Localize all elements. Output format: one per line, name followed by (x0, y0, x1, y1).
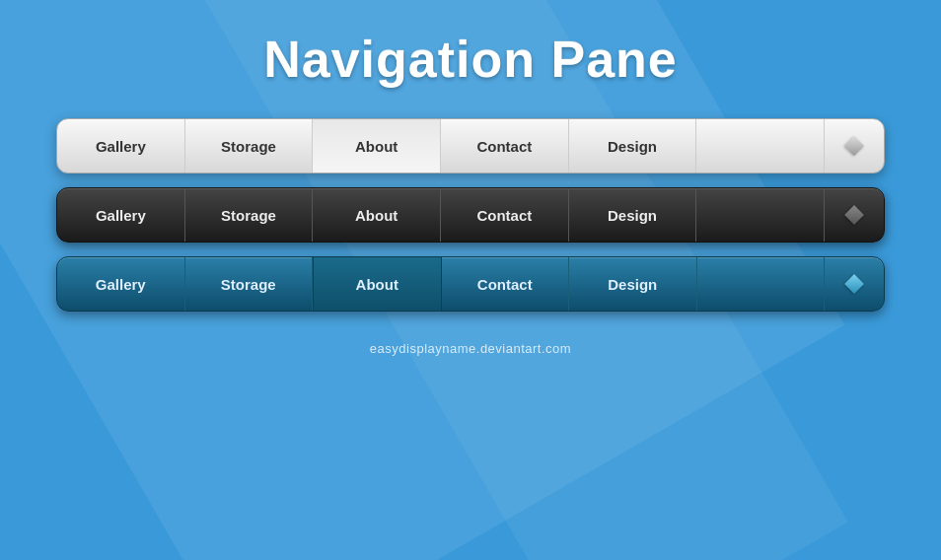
nav-item-about-light[interactable]: About (313, 119, 441, 173)
nav-item-design-dark[interactable]: Design (569, 188, 697, 242)
nav-spacer-dark (696, 188, 825, 242)
nav-spacer-blue (697, 257, 826, 311)
nav-bars-container: Gallery Storage About Contact Design Gal… (56, 118, 885, 312)
nav-item-gallery-light[interactable]: Gallery (57, 119, 185, 173)
nav-item-about-blue[interactable]: About (313, 257, 442, 311)
diamond-icon-light (844, 136, 864, 156)
nav-item-gallery-dark[interactable]: Gallery (57, 188, 185, 242)
nav-item-storage-light[interactable]: Storage (185, 119, 314, 173)
diamond-icon-dark (844, 205, 864, 225)
nav-item-storage-blue[interactable]: Storage (185, 257, 314, 311)
nav-item-about-dark[interactable]: About (313, 188, 441, 242)
diamond-icon-blue (844, 274, 864, 294)
page-title: Navigation Pane (263, 30, 678, 89)
nav-item-contact-dark[interactable]: Contact (441, 188, 569, 242)
nav-arrow-blue[interactable] (825, 257, 884, 311)
nav-item-design-blue[interactable]: Design (569, 257, 697, 311)
nav-arrow-light[interactable] (825, 119, 884, 173)
nav-item-contact-light[interactable]: Contact (441, 119, 569, 173)
nav-bar-light: Gallery Storage About Contact Design (56, 118, 885, 174)
footer-credit: easydisplayname.deviantart.com (370, 341, 571, 356)
nav-arrow-dark[interactable] (825, 188, 884, 242)
nav-item-design-light[interactable]: Design (569, 119, 697, 173)
nav-item-storage-dark[interactable]: Storage (185, 188, 314, 242)
nav-bar-dark: Gallery Storage About Contact Design (56, 187, 885, 243)
page-content: Navigation Pane Gallery Storage About Co… (0, 0, 941, 356)
nav-item-contact-blue[interactable]: Contact (442, 257, 570, 311)
nav-item-gallery-blue[interactable]: Gallery (57, 257, 185, 311)
nav-spacer-light (696, 119, 825, 173)
nav-bar-blue: Gallery Storage About Contact Design (56, 256, 885, 312)
